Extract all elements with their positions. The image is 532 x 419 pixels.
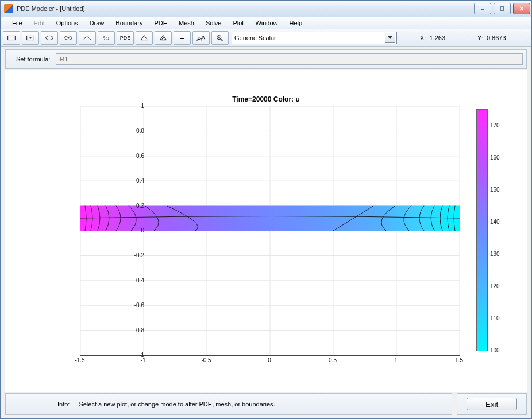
menu-draw[interactable]: Draw <box>84 18 110 28</box>
menu-edit[interactable]: Edit <box>28 18 51 28</box>
polygon-icon[interactable] <box>79 31 96 45</box>
menu-help[interactable]: Help <box>284 18 309 28</box>
menu-file[interactable]: File <box>6 18 28 28</box>
svg-rect-39 <box>80 206 460 231</box>
svg-point-8 <box>46 36 53 40</box>
formula-label: Set formula: <box>9 56 50 63</box>
plot-title: Time=20000 Color: u <box>5 95 527 103</box>
svg-text:∂Ω: ∂Ω <box>103 36 109 41</box>
colorbar <box>476 109 488 351</box>
menu-options[interactable]: Options <box>51 18 84 28</box>
rectangle-icon[interactable] <box>3 31 20 45</box>
info-bar: Info: Select a new plot, or change mode … <box>5 393 452 415</box>
close-button[interactable] <box>513 3 530 14</box>
app-type-value: Generic Scalar <box>234 34 276 41</box>
svg-rect-1 <box>500 7 504 10</box>
refine-mesh-icon[interactable] <box>155 31 172 45</box>
info-label: Info: <box>57 401 70 408</box>
menu-window[interactable]: Window <box>249 18 283 28</box>
info-text: Select a new plot, or change mode to alt… <box>79 401 275 408</box>
svg-marker-13 <box>141 36 148 40</box>
ellipse-icon[interactable] <box>41 31 58 45</box>
pointer-coords: X: 1.263 Y: 0.8673 <box>420 34 529 41</box>
pde-button[interactable]: PDE <box>117 31 134 45</box>
boundary-icon[interactable]: ∂Ω <box>98 31 115 45</box>
toolbar: ∂Ω PDE = Generic Scalar X: 1.263 Y: 0.86… <box>1 29 531 47</box>
formula-bar: Set formula: R1 <box>5 49 527 69</box>
titlebar: PDE Modeler - [Untitled] <box>1 1 531 17</box>
exit-button[interactable]: Exit <box>467 398 517 410</box>
menu-mesh[interactable]: Mesh <box>173 18 200 28</box>
chevron-down-icon <box>385 33 395 43</box>
menubar: File Edit Options Draw Boundary PDE Mesh… <box>1 17 531 29</box>
window-title: PDE Modeler - [Untitled] <box>17 5 472 12</box>
ellipse-center-icon[interactable] <box>60 31 77 45</box>
svg-line-17 <box>221 39 223 41</box>
svg-rect-4 <box>8 36 16 40</box>
menu-plot[interactable]: Plot <box>227 18 249 28</box>
maximize-button[interactable] <box>494 3 511 14</box>
svg-marker-15 <box>161 37 164 40</box>
menu-boundary[interactable]: Boundary <box>110 18 148 28</box>
mesh-icon[interactable] <box>136 31 153 45</box>
plot-canvas[interactable]: Time=20000 Color: u <box>5 70 527 392</box>
zoom-icon[interactable] <box>211 31 229 45</box>
app-type-select[interactable]: Generic Scalar <box>232 32 397 44</box>
svg-marker-20 <box>388 36 392 39</box>
plot3d-icon[interactable] <box>192 31 210 45</box>
rectangle-center-icon[interactable] <box>22 31 39 45</box>
solve-button[interactable]: = <box>174 31 191 45</box>
menu-pde[interactable]: PDE <box>148 18 173 28</box>
app-icon <box>4 4 13 13</box>
menu-solve[interactable]: Solve <box>200 18 228 28</box>
plot-axes <box>80 106 460 356</box>
minimize-button[interactable] <box>474 3 491 14</box>
formula-input[interactable]: R1 <box>56 53 523 65</box>
